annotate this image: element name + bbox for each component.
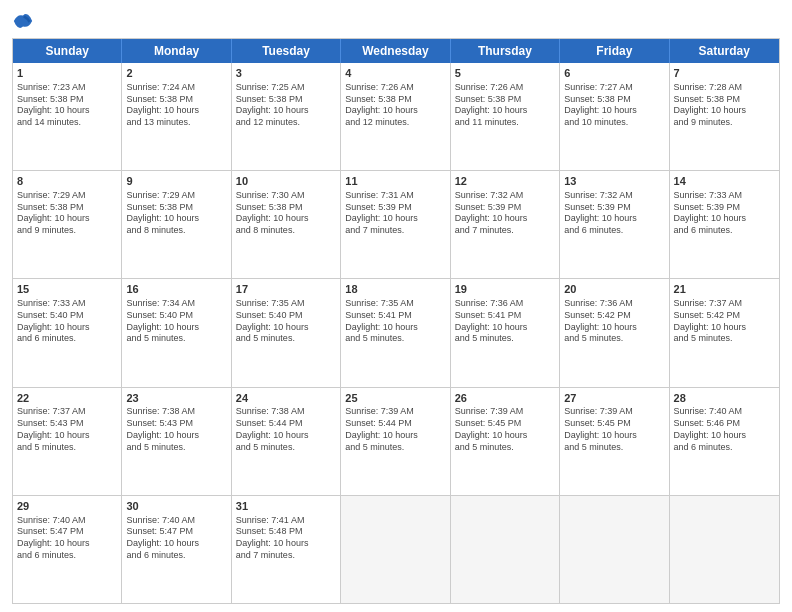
- cell-content: Sunrise: 7:41 AM Sunset: 5:48 PM Dayligh…: [236, 515, 336, 562]
- calendar-row-4: 29Sunrise: 7:40 AM Sunset: 5:47 PM Dayli…: [13, 496, 779, 603]
- calendar-cell-24: 24Sunrise: 7:38 AM Sunset: 5:44 PM Dayli…: [232, 388, 341, 495]
- cell-content: Sunrise: 7:29 AM Sunset: 5:38 PM Dayligh…: [126, 190, 226, 237]
- calendar-cell-14: 14Sunrise: 7:33 AM Sunset: 5:39 PM Dayli…: [670, 171, 779, 278]
- calendar-header-saturday: Saturday: [670, 39, 779, 63]
- calendar-header: SundayMondayTuesdayWednesdayThursdayFrid…: [13, 39, 779, 63]
- calendar-cell-6: 6Sunrise: 7:27 AM Sunset: 5:38 PM Daylig…: [560, 63, 669, 170]
- cell-content: Sunrise: 7:36 AM Sunset: 5:41 PM Dayligh…: [455, 298, 555, 345]
- day-number: 26: [455, 391, 555, 406]
- calendar-cell-13: 13Sunrise: 7:32 AM Sunset: 5:39 PM Dayli…: [560, 171, 669, 278]
- calendar-cell-7: 7Sunrise: 7:28 AM Sunset: 5:38 PM Daylig…: [670, 63, 779, 170]
- calendar-row-2: 15Sunrise: 7:33 AM Sunset: 5:40 PM Dayli…: [13, 279, 779, 387]
- day-number: 23: [126, 391, 226, 406]
- main-container: SundayMondayTuesdayWednesdayThursdayFrid…: [0, 0, 792, 612]
- day-number: 7: [674, 66, 775, 81]
- calendar-row-0: 1Sunrise: 7:23 AM Sunset: 5:38 PM Daylig…: [13, 63, 779, 171]
- calendar-header-friday: Friday: [560, 39, 669, 63]
- cell-content: Sunrise: 7:40 AM Sunset: 5:47 PM Dayligh…: [17, 515, 117, 562]
- cell-content: Sunrise: 7:38 AM Sunset: 5:43 PM Dayligh…: [126, 406, 226, 453]
- cell-content: Sunrise: 7:39 AM Sunset: 5:45 PM Dayligh…: [455, 406, 555, 453]
- cell-content: Sunrise: 7:32 AM Sunset: 5:39 PM Dayligh…: [564, 190, 664, 237]
- day-number: 3: [236, 66, 336, 81]
- calendar-cell-17: 17Sunrise: 7:35 AM Sunset: 5:40 PM Dayli…: [232, 279, 341, 386]
- calendar: SundayMondayTuesdayWednesdayThursdayFrid…: [12, 38, 780, 604]
- day-number: 20: [564, 282, 664, 297]
- calendar-cell-12: 12Sunrise: 7:32 AM Sunset: 5:39 PM Dayli…: [451, 171, 560, 278]
- cell-content: Sunrise: 7:38 AM Sunset: 5:44 PM Dayligh…: [236, 406, 336, 453]
- calendar-header-thursday: Thursday: [451, 39, 560, 63]
- day-number: 19: [455, 282, 555, 297]
- day-number: 4: [345, 66, 445, 81]
- day-number: 11: [345, 174, 445, 189]
- calendar-cell-22: 22Sunrise: 7:37 AM Sunset: 5:43 PM Dayli…: [13, 388, 122, 495]
- calendar-cell-11: 11Sunrise: 7:31 AM Sunset: 5:39 PM Dayli…: [341, 171, 450, 278]
- calendar-cell-21: 21Sunrise: 7:37 AM Sunset: 5:42 PM Dayli…: [670, 279, 779, 386]
- calendar-header-monday: Monday: [122, 39, 231, 63]
- calendar-cell-5: 5Sunrise: 7:26 AM Sunset: 5:38 PM Daylig…: [451, 63, 560, 170]
- calendar-cell-29: 29Sunrise: 7:40 AM Sunset: 5:47 PM Dayli…: [13, 496, 122, 603]
- day-number: 16: [126, 282, 226, 297]
- calendar-header-wednesday: Wednesday: [341, 39, 450, 63]
- cell-content: Sunrise: 7:33 AM Sunset: 5:39 PM Dayligh…: [674, 190, 775, 237]
- calendar-cell-28: 28Sunrise: 7:40 AM Sunset: 5:46 PM Dayli…: [670, 388, 779, 495]
- calendar-cell-empty-5: [560, 496, 669, 603]
- day-number: 2: [126, 66, 226, 81]
- cell-content: Sunrise: 7:40 AM Sunset: 5:47 PM Dayligh…: [126, 515, 226, 562]
- page-header: [12, 10, 780, 32]
- day-number: 6: [564, 66, 664, 81]
- cell-content: Sunrise: 7:34 AM Sunset: 5:40 PM Dayligh…: [126, 298, 226, 345]
- calendar-cell-empty-3: [341, 496, 450, 603]
- cell-content: Sunrise: 7:36 AM Sunset: 5:42 PM Dayligh…: [564, 298, 664, 345]
- cell-content: Sunrise: 7:23 AM Sunset: 5:38 PM Dayligh…: [17, 82, 117, 129]
- calendar-cell-26: 26Sunrise: 7:39 AM Sunset: 5:45 PM Dayli…: [451, 388, 560, 495]
- day-number: 5: [455, 66, 555, 81]
- day-number: 1: [17, 66, 117, 81]
- cell-content: Sunrise: 7:39 AM Sunset: 5:44 PM Dayligh…: [345, 406, 445, 453]
- calendar-cell-10: 10Sunrise: 7:30 AM Sunset: 5:38 PM Dayli…: [232, 171, 341, 278]
- cell-content: Sunrise: 7:30 AM Sunset: 5:38 PM Dayligh…: [236, 190, 336, 237]
- calendar-cell-3: 3Sunrise: 7:25 AM Sunset: 5:38 PM Daylig…: [232, 63, 341, 170]
- cell-content: Sunrise: 7:24 AM Sunset: 5:38 PM Dayligh…: [126, 82, 226, 129]
- calendar-row-3: 22Sunrise: 7:37 AM Sunset: 5:43 PM Dayli…: [13, 388, 779, 496]
- day-number: 27: [564, 391, 664, 406]
- calendar-cell-4: 4Sunrise: 7:26 AM Sunset: 5:38 PM Daylig…: [341, 63, 450, 170]
- calendar-cell-15: 15Sunrise: 7:33 AM Sunset: 5:40 PM Dayli…: [13, 279, 122, 386]
- cell-content: Sunrise: 7:31 AM Sunset: 5:39 PM Dayligh…: [345, 190, 445, 237]
- cell-content: Sunrise: 7:40 AM Sunset: 5:46 PM Dayligh…: [674, 406, 775, 453]
- calendar-cell-empty-4: [451, 496, 560, 603]
- cell-content: Sunrise: 7:32 AM Sunset: 5:39 PM Dayligh…: [455, 190, 555, 237]
- day-number: 8: [17, 174, 117, 189]
- calendar-cell-16: 16Sunrise: 7:34 AM Sunset: 5:40 PM Dayli…: [122, 279, 231, 386]
- day-number: 14: [674, 174, 775, 189]
- cell-content: Sunrise: 7:35 AM Sunset: 5:40 PM Dayligh…: [236, 298, 336, 345]
- calendar-cell-9: 9Sunrise: 7:29 AM Sunset: 5:38 PM Daylig…: [122, 171, 231, 278]
- calendar-cell-1: 1Sunrise: 7:23 AM Sunset: 5:38 PM Daylig…: [13, 63, 122, 170]
- calendar-cell-23: 23Sunrise: 7:38 AM Sunset: 5:43 PM Dayli…: [122, 388, 231, 495]
- day-number: 28: [674, 391, 775, 406]
- calendar-cell-2: 2Sunrise: 7:24 AM Sunset: 5:38 PM Daylig…: [122, 63, 231, 170]
- calendar-cell-8: 8Sunrise: 7:29 AM Sunset: 5:38 PM Daylig…: [13, 171, 122, 278]
- day-number: 31: [236, 499, 336, 514]
- day-number: 21: [674, 282, 775, 297]
- calendar-row-1: 8Sunrise: 7:29 AM Sunset: 5:38 PM Daylig…: [13, 171, 779, 279]
- cell-content: Sunrise: 7:26 AM Sunset: 5:38 PM Dayligh…: [345, 82, 445, 129]
- calendar-cell-31: 31Sunrise: 7:41 AM Sunset: 5:48 PM Dayli…: [232, 496, 341, 603]
- calendar-header-tuesday: Tuesday: [232, 39, 341, 63]
- calendar-cell-19: 19Sunrise: 7:36 AM Sunset: 5:41 PM Dayli…: [451, 279, 560, 386]
- calendar-cell-30: 30Sunrise: 7:40 AM Sunset: 5:47 PM Dayli…: [122, 496, 231, 603]
- cell-content: Sunrise: 7:39 AM Sunset: 5:45 PM Dayligh…: [564, 406, 664, 453]
- cell-content: Sunrise: 7:25 AM Sunset: 5:38 PM Dayligh…: [236, 82, 336, 129]
- calendar-cell-20: 20Sunrise: 7:36 AM Sunset: 5:42 PM Dayli…: [560, 279, 669, 386]
- cell-content: Sunrise: 7:27 AM Sunset: 5:38 PM Dayligh…: [564, 82, 664, 129]
- day-number: 9: [126, 174, 226, 189]
- cell-content: Sunrise: 7:28 AM Sunset: 5:38 PM Dayligh…: [674, 82, 775, 129]
- day-number: 22: [17, 391, 117, 406]
- day-number: 13: [564, 174, 664, 189]
- cell-content: Sunrise: 7:26 AM Sunset: 5:38 PM Dayligh…: [455, 82, 555, 129]
- cell-content: Sunrise: 7:37 AM Sunset: 5:42 PM Dayligh…: [674, 298, 775, 345]
- cell-content: Sunrise: 7:35 AM Sunset: 5:41 PM Dayligh…: [345, 298, 445, 345]
- calendar-cell-empty-6: [670, 496, 779, 603]
- cell-content: Sunrise: 7:37 AM Sunset: 5:43 PM Dayligh…: [17, 406, 117, 453]
- calendar-cell-18: 18Sunrise: 7:35 AM Sunset: 5:41 PM Dayli…: [341, 279, 450, 386]
- day-number: 25: [345, 391, 445, 406]
